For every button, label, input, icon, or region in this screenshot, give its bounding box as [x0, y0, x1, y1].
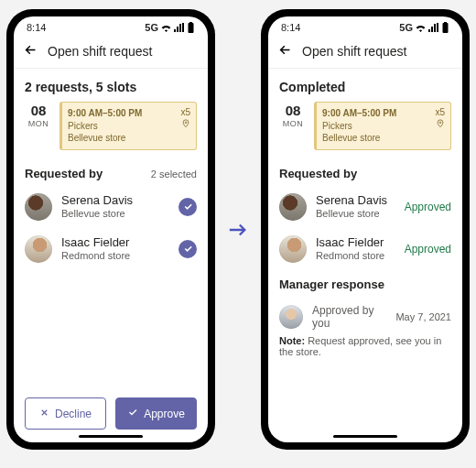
list-item[interactable]: Isaac Fielder Redmond store Approved: [279, 228, 451, 270]
approve-label: Approve: [144, 408, 185, 420]
person-main: Isaac Fielder Redmond store: [61, 235, 169, 262]
selected-check-icon[interactable]: [178, 198, 197, 216]
wifi-icon: [160, 23, 172, 32]
signal-icon: [174, 23, 185, 32]
summary-text: 2 requests, 5 slots: [25, 80, 197, 94]
person-name: Isaac Fielder: [316, 235, 395, 250]
status-approved: Approved: [405, 201, 451, 213]
status-bar: 8:14 5G: [14, 16, 208, 35]
location-pin-icon: [436, 119, 445, 132]
person-name: Serena Davis: [61, 193, 169, 208]
status-right: 5G: [399, 22, 449, 33]
check-icon: [127, 407, 138, 420]
person-name: Serena Davis: [316, 193, 395, 208]
shift-location: Bellevue store: [68, 132, 190, 145]
person-location: Redmond store: [316, 250, 395, 262]
list-item[interactable]: Isaac Fielder Redmond store: [25, 228, 197, 270]
shift-role: Pickers: [68, 120, 190, 133]
avatar: [279, 305, 303, 329]
manager-response-header: Manager response: [279, 278, 451, 291]
avatar: [279, 235, 307, 263]
location-pin-icon: [181, 119, 190, 132]
person-name: Isaac Fielder: [61, 235, 169, 250]
requested-by-header: Requested by: [279, 167, 451, 180]
summary-text: Completed: [279, 80, 451, 94]
person-main: Serena Davis Bellevue store: [316, 193, 395, 220]
note-label: Note:: [279, 335, 305, 346]
person-location: Bellevue store: [61, 208, 169, 220]
decline-button[interactable]: Decline: [25, 397, 106, 430]
date-dow: MON: [283, 119, 304, 128]
shift-card[interactable]: 9:00 AM–5:00 PM Pickers Bellevue store x…: [60, 102, 197, 150]
status-time: 8:14: [27, 22, 46, 33]
requested-by-title: Requested by: [279, 167, 357, 180]
svg-rect-0: [189, 23, 194, 33]
manager-date: May 7, 2021: [395, 311, 451, 322]
approve-button[interactable]: Approve: [115, 397, 197, 430]
shift-slots: x5: [435, 106, 445, 119]
date-num: 08: [31, 103, 47, 117]
status-bar: 8:14 5G: [268, 16, 462, 35]
home-indicator: [79, 435, 143, 438]
requested-by-header: Requested by 2 selected: [25, 167, 197, 180]
avatar: [25, 193, 52, 221]
top-bar: Open shift request: [268, 35, 462, 69]
back-icon[interactable]: [23, 42, 38, 60]
page-title: Open shift request: [48, 44, 152, 59]
list-item[interactable]: Serena Davis Bellevue store: [25, 186, 197, 228]
status-approved: Approved: [405, 243, 451, 256]
selected-check-icon[interactable]: [178, 240, 197, 258]
shift-time: 9:00 AM–5:00 PM: [322, 107, 445, 120]
battery-icon: [187, 22, 195, 33]
shift-time: 9:00 AM–5:00 PM: [68, 107, 190, 120]
manager-response-title: Manager response: [279, 278, 384, 291]
manager-note: Note: Request approved, see you in the s…: [279, 335, 451, 357]
transition-arrow-icon: [228, 222, 248, 238]
wifi-icon: [415, 23, 427, 32]
status-time: 8:14: [281, 22, 300, 33]
shift-card[interactable]: 9:00 AM–5:00 PM Pickers Bellevue store x…: [314, 102, 451, 150]
manager-response-row: Approved by you May 7, 2021: [279, 297, 451, 333]
person-main: Isaac Fielder Redmond store: [316, 235, 395, 262]
page-title: Open shift request: [302, 44, 406, 59]
list-item[interactable]: Serena Davis Bellevue store Approved: [279, 186, 451, 228]
requested-by-title: Requested by: [25, 167, 103, 180]
avatar: [279, 193, 307, 221]
top-bar: Open shift request: [14, 35, 208, 69]
shift-slots: x5: [180, 106, 190, 119]
content-right: Completed 08 MON 9:00 AM–5:00 PM Pickers…: [268, 69, 462, 442]
date-box: 08 MON: [25, 102, 52, 150]
person-location: Bellevue store: [316, 208, 395, 220]
date-dow: MON: [28, 119, 49, 128]
svg-point-5: [439, 122, 441, 124]
phone-left: 8:14 5G Open shift request 2 requests, 5…: [6, 9, 215, 450]
content-left: 2 requests, 5 slots 08 MON 9:00 AM–5:00 …: [14, 69, 208, 388]
close-icon: [39, 408, 49, 420]
manager-text: Approved by you: [312, 304, 386, 330]
status-right: 5G: [145, 22, 195, 33]
date-num: 08: [286, 103, 301, 117]
decline-label: Decline: [55, 408, 92, 420]
shift-role: Pickers: [322, 120, 445, 133]
person-main: Serena Davis Bellevue store: [61, 193, 169, 220]
back-icon[interactable]: [277, 42, 293, 60]
phone-right: 8:14 5G Open shift request Completed 08 …: [261, 9, 470, 450]
svg-point-2: [185, 122, 187, 124]
screen-right: 8:14 5G Open shift request Completed 08 …: [268, 16, 462, 442]
battery-icon: [441, 22, 449, 33]
svg-rect-4: [444, 22, 447, 24]
person-location: Redmond store: [61, 250, 169, 262]
screen-left: 8:14 5G Open shift request 2 requests, 5…: [14, 16, 208, 442]
avatar: [25, 235, 52, 263]
shift-row: 08 MON 9:00 AM–5:00 PM Pickers Bellevue …: [279, 102, 451, 150]
svg-rect-1: [189, 22, 192, 24]
status-net: 5G: [145, 22, 158, 33]
shift-row: 08 MON 9:00 AM–5:00 PM Pickers Bellevue …: [25, 102, 197, 150]
shift-location: Bellevue store: [322, 132, 445, 145]
home-indicator: [333, 435, 397, 438]
date-box: 08 MON: [279, 102, 307, 150]
selected-count: 2 selected: [151, 169, 197, 180]
status-net: 5G: [399, 22, 413, 33]
signal-icon: [428, 23, 439, 32]
svg-rect-3: [443, 23, 449, 33]
